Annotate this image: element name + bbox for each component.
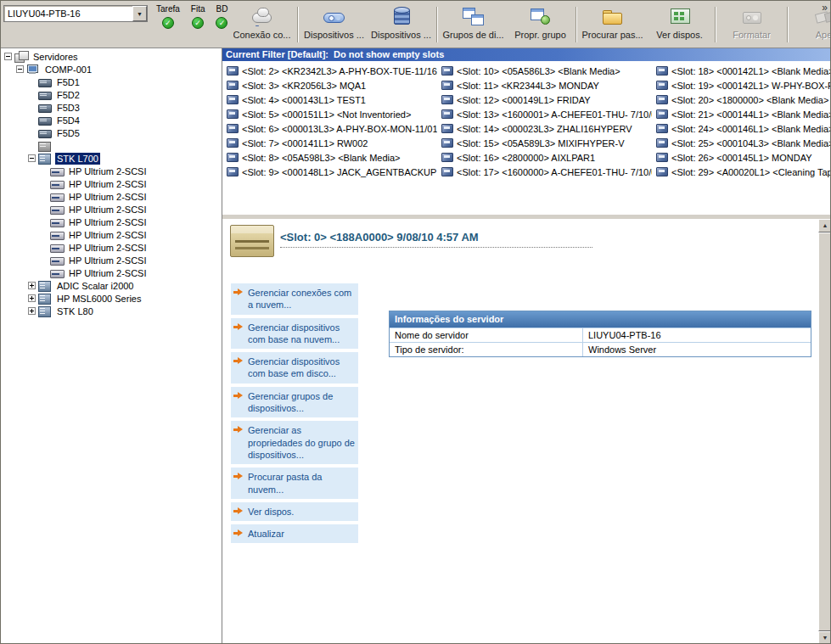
device-groups-icon	[461, 5, 486, 27]
slot-item[interactable]: <Slot: 3> <KR2056L3> MQA1	[222, 78, 437, 92]
tree-item-hp-ultrium-2-scsi[interactable]: HP Ultrium 2-SCSI	[1, 165, 222, 177]
tree-item-hp-ultrium-2-scsi[interactable]: HP Ultrium 2-SCSI	[1, 216, 222, 228]
tree-label: HP Ultrium 2-SCSI	[67, 204, 148, 216]
tree-item-hp-ultrium-2-scsi[interactable]: HP Ultrium 2-SCSI	[1, 177, 222, 190]
tree-item-f5d4[interactable]: F5D4	[1, 114, 222, 126]
collapse-icon[interactable]	[4, 53, 12, 60]
tape-cartridge-icon	[227, 124, 239, 133]
toolbar-button-format[interactable]: Formatar	[718, 2, 785, 48]
tree-item-hp-ultrium-2-scsi[interactable]: HP Ultrium 2-SCSI	[1, 190, 222, 203]
toolbar-separator	[436, 7, 438, 42]
task-menu-item[interactable]: Procurar pasta da nuvem...	[231, 468, 358, 499]
slot-item[interactable]: <Slot: 21> <000144L1> <Blank Media>	[652, 107, 831, 121]
slot-label: <Slot: 20> <1800000> <Blank Media>	[671, 95, 828, 105]
task-menu-item[interactable]: Gerenciar conexões com a nuvem...	[231, 283, 358, 315]
library-icon	[38, 293, 52, 304]
slot-item[interactable]: <Slot: 19> <000142L1> W-PHY-BOX-FRI-1	[652, 78, 831, 92]
slot-item[interactable]: <Slot: 16> <2800000> AIXLPAR1	[437, 150, 652, 165]
toolbar-button-browse-folder[interactable]: Procurar pas...	[579, 2, 646, 48]
slot-item[interactable]: <Slot: 15> <05A589L3> MIXIFHYPER-V	[437, 136, 652, 150]
scroll-up-icon[interactable]: ▲	[818, 219, 831, 232]
tape-cartridge-icon	[227, 153, 239, 162]
tree-item-hp-ultrium-2-scsi[interactable]: HP Ultrium 2-SCSI	[1, 203, 222, 216]
task-label: Gerenciar dispositivos com base na nuvem…	[248, 322, 356, 346]
slot-label: <Slot: 18> <000142L1> <Blank Media>	[671, 66, 831, 76]
toolbar-button-disk-devices[interactable]: Dispositivos ...	[368, 2, 435, 48]
tree-item-hp-ultrium-2-scsi[interactable]: HP Ultrium 2-SCSI	[1, 254, 222, 266]
collapse-icon[interactable]	[28, 154, 36, 162]
tree-item-adic-scalar-i2000[interactable]: ADIC Scalar i2000	[1, 279, 222, 292]
status-label: BD	[216, 4, 228, 14]
slot-item[interactable]: <Slot: 25> <000104L3> <Blank Media>	[652, 136, 831, 150]
slot-item[interactable]: <Slot: 29> <A00020L1> <Cleaning Tape>	[652, 165, 831, 179]
library-icon	[38, 280, 52, 291]
server-selector[interactable]: LIUYU04-PTB-16 ▼	[3, 5, 148, 22]
slot-item[interactable]: <Slot: 4> <000143L1> TEST1	[222, 92, 437, 107]
tree-item-f5d3[interactable]: F5D3	[1, 101, 222, 114]
tree-item-stk-l80[interactable]: STK L80	[1, 305, 222, 317]
slot-label: <Slot: 15> <05A589L3> MIXIFHYPER-V	[457, 138, 625, 148]
task-menu-item[interactable]: Atualizar	[231, 524, 358, 543]
slot-item[interactable]: <Slot: 5> <000151L1> <Not Inventoried>	[222, 107, 437, 121]
tree-item-comp-001[interactable]: COMP-001	[1, 63, 222, 76]
dropdown-arrow-icon[interactable]: ▼	[132, 6, 147, 21]
tree-item-stk-l700[interactable]: STK L700	[1, 152, 222, 165]
slot-item[interactable]: <Slot: 9> <000148L1> JACK_AGENTBACKUP	[222, 165, 437, 179]
slot-item[interactable]: <Slot: 26> <000145L1> MONDAY	[652, 150, 831, 165]
task-menu-item[interactable]: Gerenciar as propriedades do grupo de di…	[231, 421, 358, 464]
scroll-down-icon[interactable]: ▼	[818, 631, 831, 644]
tree-item-servidores[interactable]: Servidores	[1, 50, 222, 63]
tree-item-hp-ultrium-2-scsi[interactable]: HP Ultrium 2-SCSI	[1, 228, 222, 241]
toolbar-button-cloud-connection[interactable]: Conexão co...	[228, 2, 295, 48]
task-menu-item[interactable]: Gerenciar grupos de dispositivos...	[231, 387, 358, 418]
toolbar-button-device-groups[interactable]: Grupos de di...	[440, 2, 507, 48]
slot-item[interactable]: <Slot: 24> <000146L1> <Blank Media>	[652, 121, 831, 136]
tree-label: HP Ultrium 2-SCSI	[67, 216, 148, 228]
toolbar-button-group-properties[interactable]: Propr. grupo	[507, 2, 574, 48]
task-menu-item[interactable]: Ver dispos.	[231, 502, 358, 521]
collapse-icon[interactable]	[16, 65, 24, 73]
task-label: Gerenciar dispositivos com base em disco…	[248, 356, 356, 380]
tree-item-hp-ultrium-2-scsi[interactable]: HP Ultrium 2-SCSI	[1, 266, 222, 279]
check-icon: ✓	[162, 17, 174, 29]
check-icon: ✓	[192, 17, 204, 29]
task-label: Ver dispos.	[248, 506, 294, 518]
slot-item[interactable]: <Slot: 8> <05A598L3> <Blank Media>	[222, 150, 437, 165]
tree-item-hp-msl6000-series[interactable]: HP MSL6000 Series	[1, 292, 222, 305]
toolbar-overflow-chevron[interactable]: »	[822, 2, 828, 14]
slot-item[interactable]: <Slot: 7> <000141L1> RW002	[222, 136, 437, 150]
expand-icon[interactable]	[28, 282, 36, 289]
slot-item[interactable]: <Slot: 2> <KR2342L3> A-PHY-BOX-TUE-11/16…	[222, 64, 437, 78]
tree-item-f5d2[interactable]: F5D2	[1, 88, 222, 101]
toolbar-button-cloud-devices[interactable]: Dispositivos ...	[300, 2, 368, 48]
tree-item[interactable]	[1, 139, 222, 152]
cloud-devices-icon	[322, 5, 347, 27]
slot-item[interactable]: <Slot: 10> <05A586L3> <Blank Media>	[437, 64, 652, 78]
tape-cartridge-icon	[441, 167, 453, 176]
expand-icon[interactable]	[28, 307, 36, 315]
slot-item[interactable]: <Slot: 6> <000013L3> A-PHY-BOX-MON-11/01…	[222, 121, 437, 136]
slot-label: <Slot: 19> <000142L1> W-PHY-BOX-FRI-1	[671, 81, 831, 91]
slot-item[interactable]: <Slot: 11> <KR2344L3> MONDAY	[437, 78, 652, 92]
slot-item[interactable]: <Slot: 18> <000142L1> <Blank Media>	[652, 64, 831, 78]
slot-item[interactable]: <Slot: 14> <000023L3> ZHALI16HYPERV	[437, 121, 652, 136]
slot-item[interactable]: <Slot: 12> <000149L1> FRIDAY	[437, 92, 652, 107]
slot-item[interactable]: <Slot: 20> <1800000> <Blank Media>	[652, 92, 831, 107]
tree-item-f5d5[interactable]: F5D5	[1, 126, 222, 139]
toolbar-button-view-devices[interactable]: Ver dispos.	[646, 2, 713, 48]
slot-column: <Slot: 18> <000142L1> <Blank Media><Slot…	[652, 64, 831, 179]
scroll-thumb[interactable]	[818, 232, 831, 631]
tree-item-hp-ultrium-2-scsi[interactable]: HP Ultrium 2-SCSI	[1, 241, 222, 254]
slot-label: <Slot: 6> <000013L3> A-PHY-BOX-MON-11/01…	[242, 124, 437, 134]
task-menu-item[interactable]: Gerenciar dispositivos com base na nuvem…	[231, 318, 358, 350]
tape-cartridge-icon	[656, 66, 668, 76]
task-menu-item[interactable]: Gerenciar dispositivos com base em disco…	[231, 352, 358, 384]
toolbar-button-label: Formatar	[733, 30, 771, 40]
check-icon: ✓	[216, 17, 227, 29]
slot-item[interactable]: <Slot: 13> <1600001> A-CHEFE01-THU- 7/10…	[437, 107, 652, 121]
slot-item[interactable]: <Slot: 17> <1600000> A-CHEFE01-THU- 7/10…	[437, 165, 652, 179]
tree-item-f5d1[interactable]: F5D1	[1, 76, 222, 88]
details-scrollbar[interactable]: ▲ ▼	[818, 219, 831, 644]
tree-label: HP Ultrium 2-SCSI	[67, 255, 148, 266]
expand-icon[interactable]	[28, 294, 36, 302]
